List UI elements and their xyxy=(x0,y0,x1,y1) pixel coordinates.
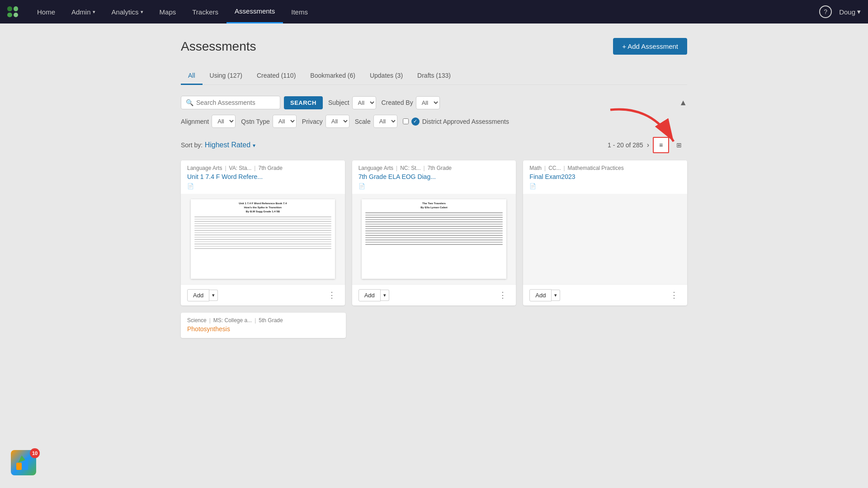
card-1-title[interactable]: Unit 1 7.4 F Word Refere... xyxy=(187,173,339,180)
user-dropdown-arrow: ▾ xyxy=(857,8,861,16)
logo-dot-2 xyxy=(14,6,19,11)
card-4-tag-1: MS: College a... xyxy=(213,317,252,324)
card-1-add-button[interactable]: Add xyxy=(187,289,209,301)
qstn-type-filter: Qstn Type All xyxy=(241,115,297,128)
sort-prefix: Sort by: xyxy=(181,141,203,149)
assessment-card-4: Science | MS: College a... | 5th Grade P… xyxy=(181,313,346,338)
analytics-arrow: ▾ xyxy=(141,9,143,15)
nav-items[interactable]: Items xyxy=(283,0,316,23)
scale-select[interactable]: All xyxy=(373,115,397,128)
add-assessment-button[interactable]: + Add Assessment xyxy=(613,38,687,55)
tab-all[interactable]: All xyxy=(181,67,203,85)
nav-analytics[interactable]: Analytics ▾ xyxy=(104,0,151,23)
logo-dot-1 xyxy=(7,6,12,11)
partial-cards-row: Science | MS: College a... | 5th Grade P… xyxy=(181,313,687,340)
created-by-filter: Created By All xyxy=(382,96,440,109)
card-2-doc-preview: The Two Travelers By Ella Lyman Cabot xyxy=(362,199,506,279)
card-2-tags: Language Arts | NC: St... | 7th Grade xyxy=(359,165,510,171)
scale-label: Scale xyxy=(355,118,371,125)
collapse-filters-button[interactable]: ▲ xyxy=(679,98,687,108)
nav-trackers[interactable]: Trackers xyxy=(184,0,226,23)
subject-filter: Subject All xyxy=(328,96,376,109)
card-2-add-button[interactable]: Add xyxy=(359,289,381,301)
grid-view-icon: ⊞ xyxy=(676,141,682,149)
card-3-tags: Math | CC... | Mathematical Practices xyxy=(529,165,681,171)
sort-container: Sort by: Highest Rated ▾ xyxy=(181,141,255,149)
card-1-tag-2: 7th Grade xyxy=(258,165,282,171)
card-2-tag-0: Language Arts xyxy=(359,165,393,171)
qstn-type-select[interactable]: All xyxy=(273,115,297,128)
assessment-card-2: Language Arts | NC: St... | 7th Grade 7t… xyxy=(352,160,516,305)
page-title: Assessments xyxy=(181,39,256,54)
pagination-next-button[interactable]: › xyxy=(647,141,649,149)
card-3-add-dropdown: Add ▾ xyxy=(529,289,560,301)
nav-home[interactable]: Home xyxy=(29,0,63,23)
logo[interactable] xyxy=(7,6,18,17)
card-3-doc-icon: 📄 xyxy=(529,183,681,189)
card-3-add-button[interactable]: Add xyxy=(529,289,552,301)
card-2-title[interactable]: 7th Grade ELA EOG Diag... xyxy=(359,173,510,180)
tab-updates[interactable]: Updates (3) xyxy=(363,67,410,85)
card-1-add-dropdown: Add ▾ xyxy=(187,289,218,301)
pagination-text: 1 - 20 of 285 xyxy=(608,141,643,149)
card-2-more-button[interactable]: ⋮ xyxy=(496,288,509,302)
card-3-preview xyxy=(523,194,687,284)
grid-view-button[interactable]: ⊞ xyxy=(671,137,687,153)
card-1-add-dropdown-arrow[interactable]: ▾ xyxy=(209,290,218,301)
tab-drafts[interactable]: Drafts (133) xyxy=(410,67,458,85)
alignment-label: Alignment xyxy=(181,118,209,125)
alignment-filter: Alignment All xyxy=(181,115,236,128)
nav-links: Home Admin ▾ Analytics ▾ Maps Trackers A… xyxy=(29,0,819,23)
tab-using[interactable]: Using (127) xyxy=(203,67,250,85)
user-menu[interactable]: Doug ▾ xyxy=(839,8,861,16)
created-by-label: Created By xyxy=(382,99,413,106)
card-2-preview: The Two Travelers By Ella Lyman Cabot xyxy=(352,194,516,284)
subject-label: Subject xyxy=(328,99,349,106)
assessment-card-3: Math | CC... | Mathematical Practices Fi… xyxy=(523,160,687,305)
card-4-title[interactable]: Photosynthesis xyxy=(187,325,340,333)
card-3-add-dropdown-arrow[interactable]: ▾ xyxy=(552,290,560,301)
help-button[interactable]: ? xyxy=(819,5,832,18)
search-input-wrap: 🔍 xyxy=(181,96,280,109)
district-approved-checkbox[interactable] xyxy=(403,118,409,124)
logo-dot-4 xyxy=(14,13,19,18)
card-1-header: Language Arts | VA: Sta... | 7th Grade U… xyxy=(181,160,345,194)
card-1-tag-1: VA: Sta... xyxy=(229,165,252,171)
sort-value[interactable]: Highest Rated xyxy=(205,141,250,149)
card-3-more-button[interactable]: ⋮ xyxy=(667,288,681,302)
card-1-footer: Add ▾ ⋮ xyxy=(181,284,345,305)
privacy-select[interactable]: All xyxy=(326,115,349,128)
card-2-footer: Add ▾ ⋮ xyxy=(352,284,516,305)
scale-filter: Scale All xyxy=(355,115,397,128)
assessment-card-1: Language Arts | VA: Sta... | 7th Grade U… xyxy=(181,160,345,305)
district-approved-badge: ✓ xyxy=(411,117,420,126)
user-name: Doug xyxy=(839,8,855,16)
card-1-doc-icon: 📄 xyxy=(187,183,339,189)
card-2-add-dropdown-arrow[interactable]: ▾ xyxy=(381,290,389,301)
subject-select[interactable]: All xyxy=(352,96,376,109)
nav-assessments[interactable]: Assessments xyxy=(226,0,283,23)
main-content: Assessments + Add Assessment All Using (… xyxy=(163,23,705,354)
nav-right: ? Doug ▾ xyxy=(819,5,861,18)
sort-row: Sort by: Highest Rated ▾ 1 - 20 of 285 ›… xyxy=(181,137,687,153)
pagination-area: 1 - 20 of 285 › ≡ ⊞ xyxy=(608,137,687,153)
list-view-button[interactable]: ≡ xyxy=(653,137,669,153)
nav-maps[interactable]: Maps xyxy=(151,0,184,23)
card-3-tag-1: CC... xyxy=(548,165,561,171)
card-4-tags: Science | MS: College a... | 5th Grade xyxy=(187,317,340,324)
tab-created[interactable]: Created (110) xyxy=(250,67,303,85)
logo-icon xyxy=(7,6,18,17)
search-input[interactable] xyxy=(196,99,275,106)
alignment-select[interactable]: All xyxy=(212,115,236,128)
card-2-doc-icon: 📄 xyxy=(359,183,510,189)
tabs: All Using (127) Created (110) Bookmarked… xyxy=(181,67,687,85)
card-1-tags: Language Arts | VA: Sta... | 7th Grade xyxy=(187,165,339,171)
card-4-tag-0: Science xyxy=(187,317,207,324)
created-by-select[interactable]: All xyxy=(416,96,440,109)
nav-admin[interactable]: Admin ▾ xyxy=(63,0,104,23)
card-3-header: Math | CC... | Mathematical Practices Fi… xyxy=(523,160,687,194)
tab-bookmarked[interactable]: Bookmarked (6) xyxy=(303,67,363,85)
card-1-more-button[interactable]: ⋮ xyxy=(325,288,339,302)
card-3-title[interactable]: Final Exam2023 xyxy=(529,173,681,180)
search-button[interactable]: SEARCH xyxy=(284,96,323,109)
